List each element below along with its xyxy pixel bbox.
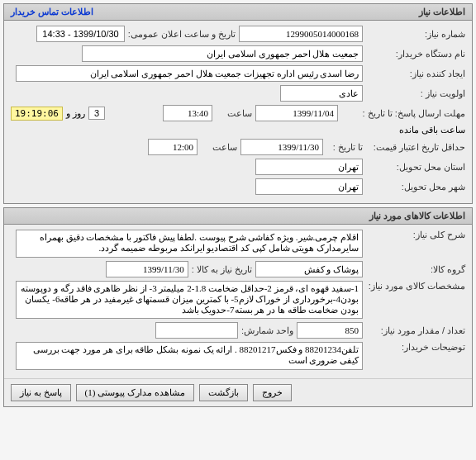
attachments-label: مشاهده مدارک پیوستی [98, 387, 185, 397]
buyer-contact-link[interactable]: اطلاعات تماس خریدار [11, 7, 93, 17]
credit-time[interactable] [148, 139, 198, 155]
creator-field[interactable] [16, 65, 363, 82]
deliver-state[interactable] [255, 159, 363, 175]
qty-field[interactable] [297, 322, 363, 339]
need-info-header: اطلاعات نیاز اطلاعات تماس خریدار [4, 4, 472, 21]
remain-suffix: ساعت باقی مانده [399, 125, 465, 135]
item-date-field[interactable] [106, 261, 188, 277]
panel-title: اطلاعات نیاز [419, 7, 465, 17]
reply-button[interactable]: پاسخ به نیاز [11, 384, 71, 401]
notes-label: توضیحات خریدار: [366, 342, 465, 353]
remain-timer: 19:19:06 [11, 107, 63, 121]
desc-label: شرح کلی نیاز: [366, 230, 465, 240]
unit-field[interactable] [155, 322, 238, 339]
item-date-label: تاریخ نیاز به کالا : [192, 264, 252, 275]
deliver-state-label: استان محل تحویل: [366, 162, 465, 173]
time-word-1: ساعت [216, 108, 252, 119]
unit-label: واحد شمارش: [241, 325, 293, 336]
notes-field[interactable] [16, 342, 363, 370]
deadline-time[interactable] [163, 105, 212, 121]
need-no-label: شماره نیاز: [366, 29, 465, 40]
goods-info-panel: اطلاعات کالاهای مورد نیاز شرح کلی نیاز: … [3, 207, 473, 407]
remain-days: 3 [88, 107, 105, 120]
need-no-field[interactable] [239, 26, 363, 42]
deadline-date[interactable] [255, 105, 338, 121]
priority-label: اولویت نیاز : [366, 88, 465, 99]
back-button[interactable]: بازگشت [199, 384, 248, 401]
spec-label: مشخصات کالای مورد نیاز: [366, 281, 465, 292]
deliver-city-label: شهر محل تحویل: [366, 182, 465, 192]
buyer-org-field[interactable] [82, 45, 363, 62]
credit-date[interactable] [240, 139, 323, 155]
buyer-org-label: نام دستگاه خریدار: [366, 49, 465, 59]
goods-panel-title: اطلاعات کالاهای مورد نیاز [369, 211, 465, 221]
exit-button[interactable]: خروج [253, 384, 292, 401]
announce-label: تاریخ و ساعت اعلان عمومی: [128, 29, 236, 40]
spec-field[interactable] [16, 281, 363, 319]
group-field[interactable] [255, 261, 363, 277]
day-and-word: روز و [66, 108, 85, 119]
credit-label: حداقل تاریخ اعتبار قیمت: [366, 142, 465, 153]
creator-label: ایجاد کننده نیاز: [366, 69, 465, 79]
need-info-panel: اطلاعات نیاز اطلاعات تماس خریدار شماره ن… [3, 3, 473, 204]
priority-field[interactable] [280, 85, 363, 102]
button-bar: پاسخ به نیاز مشاهده مدارک پیوستی (1) باز… [4, 378, 472, 406]
goods-info-header: اطلاعات کالاهای مورد نیاز [4, 208, 472, 225]
deliver-city[interactable] [255, 178, 363, 195]
desc-field[interactable] [16, 230, 363, 258]
deadline-label: مهلت ارسال پاسخ: تا تاریخ : [341, 108, 465, 119]
time-word-2: ساعت [201, 142, 237, 153]
announce-value: 1399/10/30 - 14:33 [36, 26, 124, 42]
qty-label: تعداد / مقدار مورد نیاز: [366, 325, 465, 336]
attachments-button[interactable]: مشاهده مدارک پیوستی (1) [76, 384, 194, 401]
group-label: گروه کالا: [366, 264, 465, 275]
credit-until: تا تاریخ : [326, 142, 363, 153]
attachments-count: (1) [85, 387, 96, 397]
